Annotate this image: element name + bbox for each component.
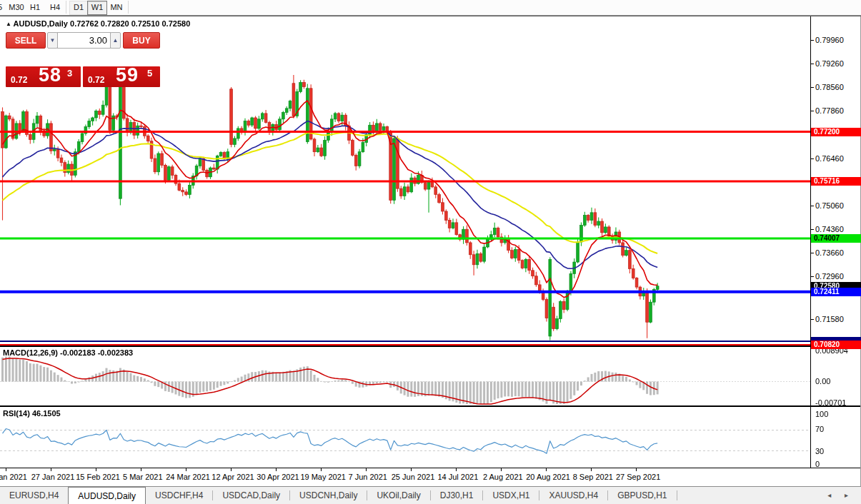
price-tick-mark (810, 40, 814, 41)
buy-price-big: 59 (116, 64, 139, 86)
buy-button[interactable]: BUY (123, 32, 160, 49)
chart-tab-usdcad[interactable]: USDCAD,Daily (213, 487, 289, 504)
price-tick-mark (810, 229, 814, 230)
buy-price-display[interactable]: 0.72 59 5 (83, 66, 160, 87)
price-tick-label: 0.74360 (815, 225, 844, 233)
date-tick-label: 27 Jan 2021 (31, 473, 75, 481)
price-tick-label: 0.76460 (815, 154, 844, 163)
sell-button[interactable]: SELL (6, 32, 46, 49)
date-tick-mark (96, 468, 96, 471)
buy-price-sup: 5 (147, 68, 152, 79)
price-line-badge: 0.70820 (811, 341, 861, 349)
volume-increase-button[interactable]: ▲ (110, 32, 121, 49)
timeframe-button-mn[interactable]: MN (108, 1, 125, 14)
timeframe-toolbar: 5M30H1H4D1W1MN (0, 0, 861, 16)
rsi-panel-canvas[interactable] (0, 407, 810, 468)
date-tick-label: 12 Apr 2021 (211, 473, 254, 481)
chart-tab-dj30[interactable]: DJ30,H1 (431, 487, 483, 504)
date-tick-label: 8 Jan 2021 (0, 473, 27, 481)
macd-label: MACD(12,26,9) -0.002183 -0.002383 (3, 348, 133, 357)
chart-tab-usdchf[interactable]: USDCHF,H4 (146, 487, 212, 504)
timeframe-button-d1[interactable]: D1 (69, 1, 88, 15)
date-tick-label: 27 Sep 2021 (616, 473, 660, 481)
chart-tab-usdcnh[interactable]: USDCNH,Daily (290, 487, 367, 504)
rsi-tick-label: 100 (815, 410, 828, 418)
price-tick-mark (810, 158, 814, 159)
price-tick-mark (810, 253, 814, 253)
collapse-panel-icon[interactable]: ▲ (6, 21, 11, 27)
date-tick-mark (6, 468, 6, 471)
price-tick-label: 0.72960 (815, 272, 844, 281)
sell-price-sup: 3 (67, 68, 72, 79)
date-tick-label: 19 May 2021 (300, 473, 346, 481)
timeframe-button-h4[interactable]: H4 (47, 1, 63, 14)
timeframe-button-m30[interactable]: M30 (7, 1, 26, 14)
symbol-label: AUDUSD,Daily (14, 19, 68, 28)
chart-tab-ukoil[interactable]: UKOil,Daily (367, 487, 429, 504)
price-tick-mark (810, 319, 814, 320)
price-tick-label: 0.77860 (815, 106, 844, 115)
date-tick-label: 14 Jul 2021 (437, 473, 478, 481)
date-tick-label: 15 Feb 2021 (76, 473, 120, 481)
date-tick-mark (591, 468, 592, 471)
price-tick-label: 0.78560 (815, 83, 844, 91)
date-tick-label: 25 Jun 2021 (392, 473, 435, 481)
chart-bottom-border (0, 468, 861, 468)
chart-tab-gbpusd[interactable]: GBPUSD,H1 (608, 487, 676, 504)
date-tick-label: 30 Apr 2021 (257, 473, 299, 481)
sell-price-prefix: 0.72 (11, 75, 27, 85)
macd-tick-label: 0.00 (815, 377, 830, 385)
date-tick-mark (51, 468, 51, 471)
date-tick-mark (276, 468, 277, 471)
date-tick-mark (141, 468, 141, 471)
ohlc-values: 0.72762 0.72820 0.72510 0.72580 (70, 19, 190, 28)
price-tick-mark (810, 64, 814, 64)
date-tick-label: 20 Aug 2021 (526, 473, 570, 481)
chart-window: 0.799600.792600.785600.778600.764600.750… (0, 16, 861, 486)
chart-tab-xauusd[interactable]: XAUUSD,H4 (539, 487, 607, 504)
volume-decrease-button[interactable]: ▼ (47, 32, 58, 49)
date-tick-label: 7 Jun 2021 (349, 473, 387, 481)
date-tick-label: 2 Aug 2021 (483, 473, 523, 481)
chart-tab-audusd[interactable]: AUDUSD,Daily (68, 487, 146, 504)
price-tick-label: 0.79260 (815, 59, 844, 68)
macd-rsi-separator[interactable] (0, 405, 861, 407)
chart-tab-eurusd[interactable]: EURUSD,H4 (0, 487, 68, 504)
toolbar-separator (66, 1, 66, 14)
rsi-tick-label: 70 (815, 425, 824, 433)
macd-tick-label: -0.00701 (815, 398, 846, 407)
price-tick-mark (810, 111, 814, 111)
date-tick-mark (636, 468, 637, 471)
price-tick-mark (810, 87, 814, 88)
price-line-badge: 0.72411 (811, 288, 861, 296)
rsi-label: RSI(14) 46.1505 (3, 409, 61, 418)
date-tick-mark (456, 468, 457, 471)
timeframe-button-h1[interactable]: H1 (27, 1, 43, 14)
price-tick-label: 0.79960 (815, 36, 844, 44)
price-tick-label: 0.75060 (815, 201, 844, 210)
date-tick-mark (186, 468, 186, 471)
rsi-tick-label: 30 (815, 447, 824, 455)
price-line-badge: 0.75716 (811, 177, 861, 186)
chart-tab-bar: EURUSD,H4AUDUSD,DailyUSDCHF,H4USDCAD,Dai… (0, 486, 861, 504)
date-tick-mark (231, 468, 232, 471)
date-tick-mark (321, 468, 322, 471)
timeframe-button-5[interactable]: 5 (0, 1, 4, 14)
tab-scroll-arrows[interactable]: ◂ ▸ (827, 487, 861, 504)
price-tick-label: 0.73660 (815, 248, 844, 257)
tab-separator (677, 490, 677, 500)
date-tick-label: 24 Mar 2021 (166, 473, 210, 481)
date-tick-mark (411, 468, 412, 471)
date-tick-mark (501, 468, 502, 471)
chart-tab-usdx[interactable]: USDX,H1 (483, 487, 539, 504)
volume-input[interactable]: 3.00 (57, 32, 111, 49)
sell-price-display[interactable]: 0.72 58 3 (6, 66, 81, 87)
date-tick-label: 8 Sep 2021 (573, 473, 613, 481)
main-macd-separator[interactable] (0, 346, 861, 347)
date-tick-mark (546, 468, 547, 471)
price-tick-mark (810, 206, 814, 206)
date-tick-label: 5 Mar 2021 (123, 473, 163, 481)
timeframe-button-w1[interactable]: W1 (87, 1, 107, 15)
buy-price-prefix: 0.72 (88, 75, 104, 85)
date-tick-mark (366, 468, 367, 471)
